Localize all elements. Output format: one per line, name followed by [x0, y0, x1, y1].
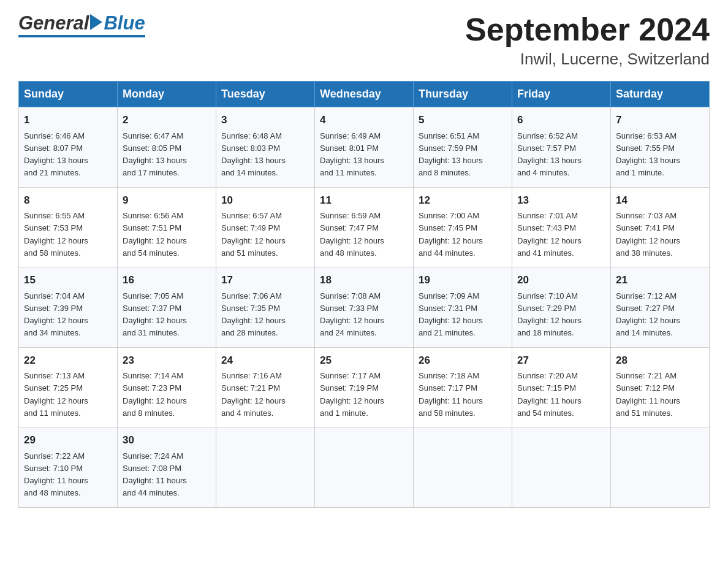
day-cell: 12 Sunrise: 7:00 AMSunset: 7:45 PMDaylig… — [414, 187, 512, 267]
day-cell — [216, 427, 315, 508]
day-number: 24 — [221, 353, 309, 369]
day-info: Sunrise: 7:12 AMSunset: 7:27 PMDaylight:… — [616, 291, 680, 338]
day-info: Sunrise: 6:46 AMSunset: 8:07 PMDaylight:… — [24, 131, 88, 178]
day-info: Sunrise: 7:24 AMSunset: 7:08 PMDaylight:… — [123, 451, 187, 498]
day-info: Sunrise: 7:06 AMSunset: 7:35 PMDaylight:… — [221, 291, 286, 338]
day-number: 10 — [221, 193, 309, 209]
day-number: 27 — [517, 353, 605, 369]
page-title: September 2024 — [465, 12, 710, 47]
day-cell: 10 Sunrise: 6:57 AMSunset: 7:49 PMDaylig… — [216, 187, 315, 267]
day-cell: 7 Sunrise: 6:53 AMSunset: 7:55 PMDayligh… — [611, 107, 710, 188]
day-number: 8 — [24, 193, 112, 209]
day-number: 18 — [320, 272, 408, 288]
day-cell: 27 Sunrise: 7:20 AMSunset: 7:15 PMDaylig… — [512, 347, 611, 427]
day-number: 12 — [419, 193, 507, 209]
day-cell: 23 Sunrise: 7:14 AMSunset: 7:23 PMDaylig… — [118, 347, 216, 427]
day-cell: 29 Sunrise: 7:22 AMSunset: 7:10 PMDaylig… — [19, 427, 118, 508]
day-cell: 4 Sunrise: 6:49 AMSunset: 8:01 PMDayligh… — [315, 107, 414, 188]
week-row-5: 29 Sunrise: 7:22 AMSunset: 7:10 PMDaylig… — [19, 427, 710, 508]
day-info: Sunrise: 7:17 AMSunset: 7:19 PMDaylight:… — [320, 371, 384, 418]
day-number: 11 — [320, 193, 408, 209]
day-number: 13 — [517, 193, 605, 209]
day-info: Sunrise: 7:04 AMSunset: 7:39 PMDaylight:… — [24, 291, 88, 338]
day-cell: 1 Sunrise: 6:46 AMSunset: 8:07 PMDayligh… — [19, 107, 118, 188]
day-cell: 8 Sunrise: 6:55 AMSunset: 7:53 PMDayligh… — [19, 187, 118, 267]
day-cell: 25 Sunrise: 7:17 AMSunset: 7:19 PMDaylig… — [315, 347, 414, 427]
day-number: 7 — [616, 112, 704, 128]
day-info: Sunrise: 7:21 AMSunset: 7:12 PMDaylight:… — [616, 371, 680, 418]
header-row: SundayMondayTuesdayWednesdayThursdayFrid… — [19, 82, 710, 107]
day-info: Sunrise: 7:08 AMSunset: 7:33 PMDaylight:… — [320, 291, 384, 338]
day-number: 20 — [517, 272, 605, 288]
day-info: Sunrise: 6:59 AMSunset: 7:47 PMDaylight:… — [320, 211, 384, 258]
day-info: Sunrise: 6:48 AMSunset: 8:03 PMDaylight:… — [221, 131, 286, 178]
day-info: Sunrise: 6:53 AMSunset: 7:55 PMDaylight:… — [616, 131, 680, 178]
day-info: Sunrise: 6:51 AMSunset: 7:59 PMDaylight:… — [419, 131, 483, 178]
header-cell-sunday: Sunday — [19, 82, 118, 107]
day-cell: 21 Sunrise: 7:12 AMSunset: 7:27 PMDaylig… — [611, 267, 710, 348]
day-cell: 2 Sunrise: 6:47 AMSunset: 8:05 PMDayligh… — [118, 107, 216, 188]
header-cell-thursday: Thursday — [414, 82, 512, 107]
day-cell: 30 Sunrise: 7:24 AMSunset: 7:08 PMDaylig… — [118, 427, 216, 508]
day-number: 14 — [616, 193, 704, 209]
day-info: Sunrise: 7:09 AMSunset: 7:31 PMDaylight:… — [419, 291, 483, 338]
day-info: Sunrise: 6:52 AMSunset: 7:57 PMDaylight:… — [517, 131, 582, 178]
day-cell: 26 Sunrise: 7:18 AMSunset: 7:17 PMDaylig… — [414, 347, 512, 427]
page-header: General Blue September 2024 Inwil, Lucer… — [18, 12, 710, 69]
day-cell — [315, 427, 414, 508]
day-number: 29 — [24, 432, 112, 448]
day-number: 9 — [123, 193, 211, 209]
day-number: 15 — [24, 272, 112, 288]
logo-bar — [18, 35, 145, 37]
day-info: Sunrise: 7:14 AMSunset: 7:23 PMDaylight:… — [123, 371, 187, 418]
day-cell — [611, 427, 710, 508]
day-cell: 16 Sunrise: 7:05 AMSunset: 7:37 PMDaylig… — [118, 267, 216, 348]
day-cell: 17 Sunrise: 7:06 AMSunset: 7:35 PMDaylig… — [216, 267, 315, 348]
day-cell: 19 Sunrise: 7:09 AMSunset: 7:31 PMDaylig… — [414, 267, 512, 348]
day-cell: 24 Sunrise: 7:16 AMSunset: 7:21 PMDaylig… — [216, 347, 315, 427]
logo-general-text: General — [18, 12, 89, 34]
day-cell: 5 Sunrise: 6:51 AMSunset: 7:59 PMDayligh… — [414, 107, 512, 188]
day-number: 6 — [517, 112, 605, 128]
day-cell: 20 Sunrise: 7:10 AMSunset: 7:29 PMDaylig… — [512, 267, 611, 348]
title-block: September 2024 Inwil, Lucerne, Switzerla… — [465, 12, 710, 69]
header-cell-friday: Friday — [512, 82, 611, 107]
page-subtitle: Inwil, Lucerne, Switzerland — [465, 50, 710, 69]
day-number: 19 — [419, 272, 507, 288]
logo-arrow-icon — [90, 14, 102, 30]
day-number: 26 — [419, 353, 507, 369]
header-cell-monday: Monday — [118, 82, 216, 107]
day-number: 23 — [123, 353, 211, 369]
day-number: 3 — [221, 112, 309, 128]
day-number: 28 — [616, 353, 704, 369]
day-info: Sunrise: 7:10 AMSunset: 7:29 PMDaylight:… — [517, 291, 582, 338]
day-info: Sunrise: 7:01 AMSunset: 7:43 PMDaylight:… — [517, 211, 582, 258]
logo: General Blue — [18, 12, 145, 37]
day-info: Sunrise: 7:18 AMSunset: 7:17 PMDaylight:… — [419, 371, 483, 418]
svg-marker-0 — [90, 14, 102, 30]
day-info: Sunrise: 7:16 AMSunset: 7:21 PMDaylight:… — [221, 371, 286, 418]
day-number: 17 — [221, 272, 309, 288]
day-cell: 15 Sunrise: 7:04 AMSunset: 7:39 PMDaylig… — [19, 267, 118, 348]
day-number: 25 — [320, 353, 408, 369]
day-cell: 14 Sunrise: 7:03 AMSunset: 7:41 PMDaylig… — [611, 187, 710, 267]
day-number: 16 — [123, 272, 211, 288]
day-info: Sunrise: 6:57 AMSunset: 7:49 PMDaylight:… — [221, 211, 286, 258]
day-info: Sunrise: 7:22 AMSunset: 7:10 PMDaylight:… — [24, 451, 88, 498]
header-cell-wednesday: Wednesday — [315, 82, 414, 107]
day-number: 21 — [616, 272, 704, 288]
day-info: Sunrise: 7:20 AMSunset: 7:15 PMDaylight:… — [517, 371, 582, 418]
day-cell: 13 Sunrise: 7:01 AMSunset: 7:43 PMDaylig… — [512, 187, 611, 267]
day-info: Sunrise: 6:56 AMSunset: 7:51 PMDaylight:… — [123, 211, 187, 258]
week-row-4: 22 Sunrise: 7:13 AMSunset: 7:25 PMDaylig… — [19, 347, 710, 427]
week-row-2: 8 Sunrise: 6:55 AMSunset: 7:53 PMDayligh… — [19, 187, 710, 267]
day-info: Sunrise: 6:49 AMSunset: 8:01 PMDaylight:… — [320, 131, 384, 178]
day-info: Sunrise: 6:55 AMSunset: 7:53 PMDaylight:… — [24, 211, 88, 258]
calendar-table: SundayMondayTuesdayWednesdayThursdayFrid… — [18, 81, 710, 508]
day-cell — [512, 427, 611, 508]
day-number: 1 — [24, 112, 112, 128]
day-cell: 9 Sunrise: 6:56 AMSunset: 7:51 PMDayligh… — [118, 187, 216, 267]
day-number: 4 — [320, 112, 408, 128]
day-cell: 11 Sunrise: 6:59 AMSunset: 7:47 PMDaylig… — [315, 187, 414, 267]
day-info: Sunrise: 7:00 AMSunset: 7:45 PMDaylight:… — [419, 211, 483, 258]
